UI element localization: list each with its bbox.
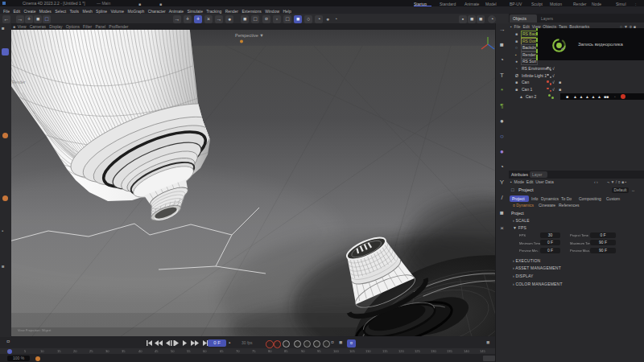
svg-text:Render: Render (12, 80, 26, 84)
svg-text:Perspective ▼: Perspective ▼ (235, 33, 264, 38)
svg-text:View Projection: Wigert: View Projection: Wigert (18, 328, 52, 332)
